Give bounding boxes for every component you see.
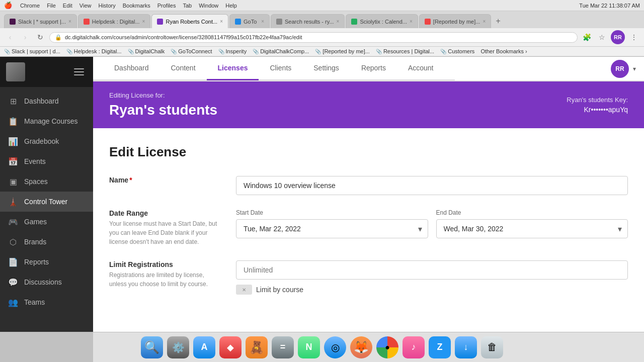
lock-icon: 🔒 xyxy=(55,34,62,41)
dock-chrome[interactable]: ● xyxy=(376,336,398,358)
dock-trash[interactable]: 🗑 xyxy=(481,336,503,358)
date-range-hint: Your license must have a Start Date, but… xyxy=(109,219,220,246)
bookmark-helpdesk[interactable]: 📎Helpdesk : Digital... xyxy=(66,48,122,54)
tab-label-goto: GoTo xyxy=(244,19,257,25)
bookmark-customers[interactable]: 📎Customers xyxy=(440,48,474,54)
sidebar-item-spaces[interactable]: ▣ Spaces xyxy=(0,171,93,192)
start-date-field: Start Date Tue, Mar 22, 2022 xyxy=(236,209,428,238)
dock-appstore[interactable]: A xyxy=(193,336,215,358)
tab-close-helpdesk[interactable]: × xyxy=(142,19,145,24)
tab-reports[interactable]: Reports xyxy=(350,57,397,80)
dock: 🔍 ⚙️ A ◆ 🧸 = N ◎ 🦊 ● ♪ Z ↓ 🗑 xyxy=(0,332,644,362)
sidebar-item-teams[interactable]: 👥 Teams xyxy=(0,292,93,312)
dock-zoom[interactable]: Z xyxy=(429,336,451,358)
sidebar-item-control-tower[interactable]: 🗼 Control Tower xyxy=(0,192,93,212)
menu-tab[interactable]: Tab xyxy=(183,3,192,9)
menu-help[interactable]: Help xyxy=(225,3,237,9)
license-banner-left: Editing License for: Ryan's students xyxy=(109,92,217,118)
tab-account[interactable]: Account xyxy=(397,57,445,80)
apple-menu[interactable]: 🍎 xyxy=(4,2,12,9)
tab-licenses[interactable]: Licenses xyxy=(207,57,259,80)
sidebar: ⊞ Dashboard 📋 Manage Courses 📊 Gradebook… xyxy=(0,57,93,362)
license-banner-right: Ryan's students Key: Kr•••••••apuYq xyxy=(567,96,628,114)
user-menu-arrow[interactable]: ▾ xyxy=(633,65,636,72)
dock-settings[interactable]: ⚙️ xyxy=(167,336,189,358)
bookmark-digitalchalkcomp[interactable]: 📎DigitalChalkComp... xyxy=(253,48,309,54)
dock-firefox[interactable]: 🦊 xyxy=(350,336,372,358)
bookmark-digitalchalk[interactable]: 📎DigitalChalk xyxy=(128,48,165,54)
menu-file[interactable]: File xyxy=(47,3,56,9)
bookmark-insperity[interactable]: 📎Insperity xyxy=(218,48,247,54)
bookmark-gotoconnect[interactable]: 📎GoToConnect xyxy=(171,48,212,54)
sidebar-item-games[interactable]: 🎮 Games xyxy=(0,212,93,232)
limit-by-course-checkbox[interactable]: ✕ xyxy=(236,285,252,295)
dock-bear[interactable]: 🧸 xyxy=(246,336,268,358)
tab-ryan-roberts[interactable]: Ryan Roberts Cont... × xyxy=(151,14,228,28)
sidebar-label-teams: Teams xyxy=(24,298,45,306)
tab-close-sciolytix[interactable]: × xyxy=(410,19,413,24)
tab-close-ryan[interactable]: × xyxy=(220,19,223,24)
sidebar-item-discussions[interactable]: 💬 Discussions xyxy=(0,272,93,292)
sidebar-item-dashboard[interactable]: ⊞ Dashboard xyxy=(0,91,93,111)
license-key-value: Kr•••••••apuYq xyxy=(567,106,628,114)
dock-calculator[interactable]: = xyxy=(272,336,294,358)
tab-clients[interactable]: Clients xyxy=(259,57,302,80)
sidebar-item-gradebook[interactable]: 📊 Gradebook xyxy=(0,131,93,151)
tab-close-search[interactable]: × xyxy=(337,19,340,24)
bookmark-other[interactable]: Other Bookmarks › xyxy=(480,48,527,54)
sidebar-item-events[interactable]: 📅 Events xyxy=(0,151,93,171)
tab-label-reported: [Reported by me]... xyxy=(433,19,480,25)
tab-search[interactable]: Search results - ry... × xyxy=(271,14,345,28)
dock-migrate[interactable]: ↓ xyxy=(455,336,477,358)
tab-content[interactable]: Content xyxy=(160,57,207,80)
forward-button[interactable]: › xyxy=(19,31,31,43)
limit-input[interactable] xyxy=(236,260,628,280)
end-date-select[interactable]: Wed, Mar 30, 2022 xyxy=(436,219,628,238)
hamburger-menu[interactable] xyxy=(72,64,87,79)
dock-craft[interactable]: ◆ xyxy=(219,336,242,358)
menu-profiles[interactable]: Profiles xyxy=(157,3,176,9)
tab-favicon-helpdesk xyxy=(84,19,90,25)
name-input[interactable] xyxy=(236,176,628,195)
menu-view[interactable]: View xyxy=(79,3,92,9)
menu-chrome[interactable]: Chrome xyxy=(20,3,40,9)
tab-slack[interactable]: Slack | * support |... × xyxy=(4,14,77,28)
user-avatar[interactable]: RR xyxy=(611,60,629,78)
dock-safari[interactable]: ◎ xyxy=(324,336,346,358)
checkbox-x-icon: ✕ xyxy=(242,287,246,293)
menu-bookmarks[interactable]: Bookmarks xyxy=(123,3,150,9)
tab-settings[interactable]: Settings xyxy=(302,57,350,80)
menu-edit[interactable]: Edit xyxy=(63,3,72,9)
menu-window[interactable]: Window xyxy=(199,3,218,9)
tab-goto[interactable]: GoTo × xyxy=(229,14,270,28)
dock-music[interactable]: ♪ xyxy=(403,336,425,358)
sidebar-item-reports[interactable]: 📄 Reports xyxy=(0,252,93,272)
gradebook-icon: 📊 xyxy=(8,136,18,146)
tab-close-reported[interactable]: × xyxy=(482,19,486,24)
dock-finder[interactable]: 🔍 xyxy=(141,336,163,358)
tab-helpdesk[interactable]: Helpdesk : Digital... × xyxy=(78,14,151,28)
bookmark-resources[interactable]: 📎Resources | Digital... xyxy=(376,48,434,54)
logo-image xyxy=(6,62,25,81)
bookmark-slack[interactable]: 📎Slack | support | d... xyxy=(4,48,60,54)
sidebar-item-manage-courses[interactable]: 📋 Manage Courses xyxy=(0,111,93,131)
tab-close-goto[interactable]: × xyxy=(261,19,264,24)
extensions-button[interactable]: 🧩 xyxy=(581,31,593,43)
tab-close-slack[interactable]: × xyxy=(68,19,71,24)
back-button[interactable]: ‹ xyxy=(4,31,16,43)
tab-reported[interactable]: [Reported by me]... × xyxy=(419,14,491,28)
menu-history[interactable]: History xyxy=(98,3,115,9)
tab-dashboard[interactable]: Dashboard xyxy=(103,57,160,80)
sidebar-label-dashboard: Dashboard xyxy=(24,97,59,105)
start-date-select[interactable]: Tue, Mar 22, 2022 xyxy=(236,219,428,238)
tab-sciolytix[interactable]: Sciolytix : Calend... × xyxy=(346,14,418,28)
new-tab-button[interactable]: + xyxy=(492,15,504,27)
sidebar-item-brands[interactable]: ⬡ Brands xyxy=(0,232,93,252)
dock-numbers[interactable]: N xyxy=(298,336,320,358)
bookmark-reported[interactable]: 📎[Reported by me]... xyxy=(315,48,370,54)
reload-button[interactable]: ↻ xyxy=(34,31,46,43)
bookmark-button[interactable]: ☆ xyxy=(596,31,608,43)
user-profile-button[interactable]: RR xyxy=(611,30,625,44)
address-bar[interactable]: 🔒 dc.digitalchalk.com/course/admin/contr… xyxy=(49,32,578,43)
more-menu-button[interactable]: ⋮ xyxy=(628,31,640,43)
